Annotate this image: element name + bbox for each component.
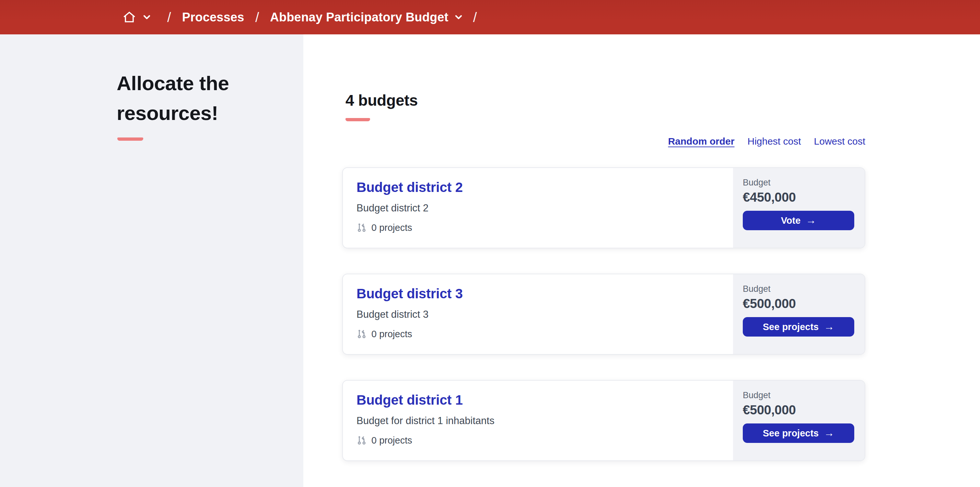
chevron-down-icon[interactable] [455,14,462,20]
budget-card-body: Budget district 1 Budget for district 1 … [343,381,733,460]
projects-count-label: 0 projects [371,222,412,233]
budget-card-list: Budget district 2 Budget district 2 [342,167,980,461]
content-layout: Allocate the resources! 4 budgets Random… [0,34,980,487]
budget-label: Budget [743,284,854,294]
vote-button-label: Vote [781,215,801,226]
breadcrumb-separator: / [255,10,259,25]
chevron-down-icon[interactable] [143,14,150,20]
projects-icon [356,222,367,233]
budget-card: Budget district 1 Budget for district 1 … [342,380,865,461]
budget-amount: €450,000 [743,190,854,205]
budget-label: Budget [743,390,854,400]
sort-highest-cost[interactable]: Highest cost [747,136,801,147]
see-projects-button-label: See projects [763,322,819,332]
arrow-right-icon: → [824,428,834,438]
budget-amount: €500,000 [743,296,854,311]
projects-count: 0 projects [356,435,723,445]
budget-card-body: Budget district 2 Budget district 2 [343,168,733,248]
sort-lowest-cost[interactable]: Lowest cost [814,136,865,147]
projects-count-label: 0 projects [371,435,412,445]
breadcrumb-separator: / [167,10,171,25]
main-content: 4 budgets Random order Highest cost Lowe… [303,34,980,487]
projects-icon [356,329,367,339]
home-icon[interactable] [123,10,136,24]
heading-accent-bar [345,118,370,121]
budget-info-panel: Budget €500,000 See projects → [733,274,865,354]
budgets-count-heading: 4 budgets [345,91,980,110]
projects-count: 0 projects [356,222,723,233]
budget-amount: €500,000 [743,403,854,418]
page-title: Allocate the resources! [117,69,258,128]
breadcrumb-item-process-title[interactable]: Abbenay Participatory Budget [270,10,448,24]
see-projects-button[interactable]: See projects → [743,317,854,337]
arrow-right-icon: → [806,215,816,226]
see-projects-button[interactable]: See projects → [743,423,854,443]
breadcrumb: / Processes / Abbenay Participatory Budg… [123,10,488,25]
breadcrumb-item-processes[interactable]: Processes [182,10,244,24]
projects-count-label: 0 projects [371,329,412,339]
sidebar: Allocate the resources! [0,34,303,487]
see-projects-button-label: See projects [763,428,819,438]
sort-options: Random order Highest cost Lowest cost [342,136,865,147]
breadcrumb-separator: / [473,10,477,25]
budget-description: Budget district 2 [356,202,723,214]
projects-count: 0 projects [356,329,723,339]
vote-button[interactable]: Vote → [743,211,854,230]
budget-info-panel: Budget €450,000 Vote → [733,168,865,248]
page: / Processes / Abbenay Participatory Budg… [0,0,980,487]
budget-info-panel: Budget €500,000 See projects → [733,381,865,460]
budget-card: Budget district 2 Budget district 2 [342,167,865,248]
budget-title-link[interactable]: Budget district 2 [356,180,463,195]
budget-label: Budget [743,178,854,187]
budget-title-link[interactable]: Budget district 3 [356,286,463,302]
sort-random-order[interactable]: Random order [668,136,734,147]
title-accent-bar [117,137,143,141]
budget-description: Budget district 3 [356,309,723,320]
arrow-right-icon: → [824,322,834,332]
budget-description: Budget for district 1 inhabitants [356,415,723,427]
topbar: / Processes / Abbenay Participatory Budg… [0,0,980,34]
budget-card: Budget district 3 Budget district 3 [342,274,865,355]
projects-icon [356,435,367,445]
budget-card-body: Budget district 3 Budget district 3 [343,274,733,354]
budget-title-link[interactable]: Budget district 1 [356,392,463,408]
